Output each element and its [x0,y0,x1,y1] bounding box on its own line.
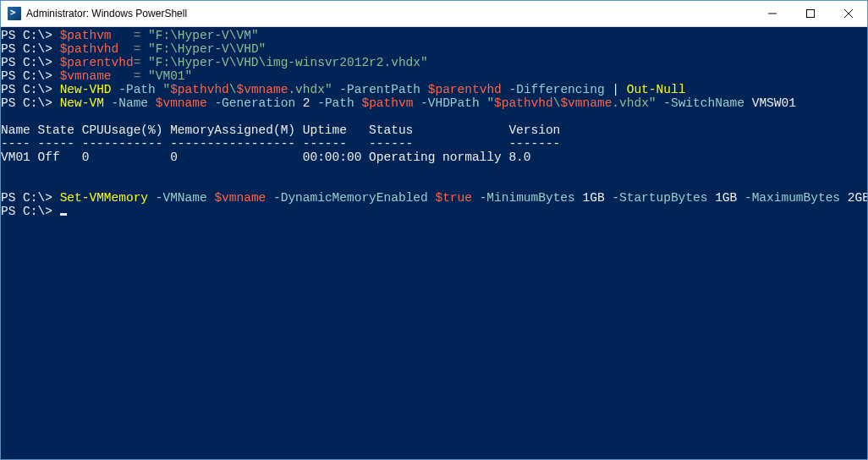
cmd-newvhd: New-VHD [60,83,112,96]
table-row: VM01 Off 0 0 00:00:00 Operating normally… [1,151,531,164]
equals: = [134,56,148,69]
val-parentvhd: "F:\Hyper-V\VHD\img-winsvr2012r2.vhdx" [148,56,428,69]
ext: .vhdx" [612,96,656,110]
pipe: | [612,83,619,96]
var-pathvhd: $pathvhd [60,42,119,56]
var: $true [435,191,472,205]
maximize-button[interactable] [791,1,829,26]
ext: .vhdx" [288,83,332,96]
val-pathvm: "F:\Hyper-V\VM" [148,29,259,42]
cmd-setvmmem: Set-VMMemory [60,191,148,205]
val: 2 [303,96,310,110]
close-button[interactable] [829,1,867,26]
param: -Generation [214,96,295,110]
prompt: PS C:\> [1,96,60,110]
equals: = [112,29,149,42]
val: 2GB [848,191,867,205]
prompt: PS C:\> [1,29,60,42]
param: -Name [112,96,149,110]
table-divider: ---- ----- ----------- -----------------… [1,137,560,151]
param: -VHDPath [420,96,480,110]
val: VMSW01 [752,96,796,110]
var-vmname: $vmname [60,69,112,83]
param: -StartupBytes [612,191,707,205]
param: -Differencing [508,83,604,96]
cmd-outnull: Out-Null [627,83,686,96]
param: -DynamicMemoryEnabled [273,191,428,205]
param: -SwitchName [663,96,744,110]
var-parentvhd: $parentvhd [60,56,134,69]
val-pathvhd: "F:\Hyper-V\VHD" [148,42,266,56]
param: -MinimumBytes [480,191,575,205]
minimize-button[interactable] [753,1,791,26]
sep: \ [229,83,237,96]
param: -MaximumBytes [744,191,840,205]
var-pathvm: $pathvm [60,29,112,42]
var: $vmname [560,96,612,110]
var: $vmname [237,83,288,96]
equals: = [118,42,148,56]
prompt: PS C:\> [1,83,60,96]
str-open: " [486,96,494,110]
param: -VMName [156,191,207,205]
powershell-window: Administrator: Windows PowerShell PS C:\… [0,0,868,460]
window-controls [753,1,867,26]
powershell-icon [8,7,21,20]
table-header: Name State CPUUsage(%) MemoryAssigned(M)… [1,123,560,137]
val: 1GB [715,191,737,205]
svg-rect-1 [806,10,814,18]
equals: = [112,69,149,83]
var: $pathvhd [494,96,553,110]
cursor [60,213,67,216]
var: $pathvhd [170,83,229,96]
var: $vmname [214,191,266,205]
prompt: PS C:\> [1,205,60,218]
prompt: PS C:\> [1,42,60,56]
param: -Path [118,83,156,96]
window-title: Administrator: Windows PowerShell [26,8,753,19]
str-open: " [162,83,170,96]
prompt: PS C:\> [1,69,60,83]
prompt: PS C:\> [1,191,60,205]
var: $pathvm [361,96,413,110]
cmd-newvm: New-VM [60,96,104,110]
param: -ParentPath [339,83,420,96]
prompt: PS C:\> [1,56,60,69]
var: $vmname [156,96,207,110]
terminal-output[interactable]: PS C:\> $pathvm = "F:\Hyper-V\VM" PS C:\… [1,27,867,459]
val: 1GB [582,191,604,205]
var: $parentvhd [428,83,502,96]
param: -Path [317,96,354,110]
val-vmname: "VM01" [148,69,192,83]
titlebar[interactable]: Administrator: Windows PowerShell [1,1,867,27]
